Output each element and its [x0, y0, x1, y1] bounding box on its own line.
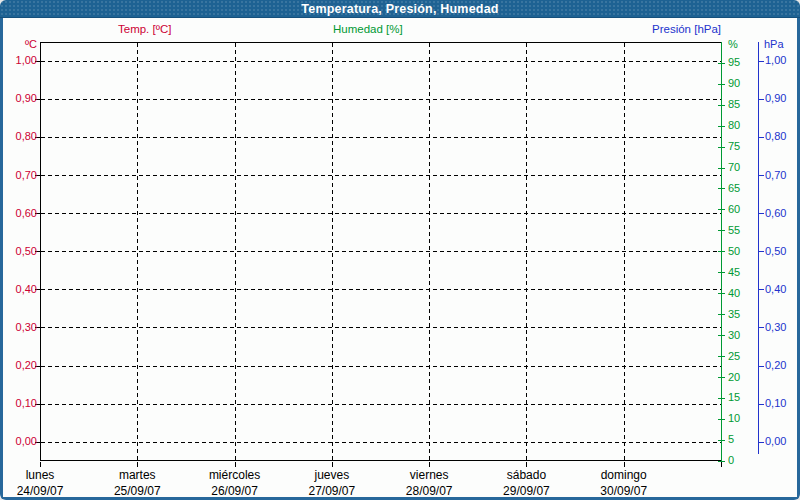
left-axis-tick-label: 0,80 — [0, 130, 37, 143]
humidity-axis-tick-label: 35 — [728, 308, 740, 321]
humidity-axis-tick-label: 5 — [728, 433, 734, 446]
pressure-axis-tick-label: 0,20 — [765, 359, 786, 372]
humidity-axis-tick — [718, 63, 725, 64]
gridline-horizontal — [41, 61, 721, 62]
x-axis-day-label: domingo — [576, 468, 672, 482]
humidity-axis-tick — [718, 188, 725, 189]
x-axis-day-label: lunes — [0, 468, 88, 482]
pressure-axis-tick — [758, 404, 764, 405]
gridline-horizontal — [41, 327, 721, 328]
humidity-axis-tick-label: 25 — [728, 350, 740, 363]
gridline-horizontal — [41, 251, 721, 252]
pressure-axis-tick — [758, 366, 764, 367]
x-axis-day-label: jueves — [284, 468, 380, 482]
humidity-axis-tick — [718, 335, 725, 336]
x-axis-date-label: 26/09/07 — [187, 484, 283, 498]
gridline-horizontal — [41, 213, 721, 214]
x-axis-tick — [235, 462, 236, 467]
x-axis-tick — [40, 462, 41, 467]
humidity-axis-tick-label: 40 — [728, 287, 740, 300]
gridline-horizontal — [41, 137, 721, 138]
legend-temperature: Temp. [ºC] — [118, 23, 171, 35]
pressure-axis-line — [758, 42, 759, 454]
left-axis-tick-label: 0,10 — [0, 397, 37, 410]
humidity-axis-tick — [718, 147, 725, 148]
gridline-horizontal — [41, 175, 721, 176]
pressure-axis-tick — [758, 251, 764, 252]
humidity-axis-tick-label: 20 — [728, 371, 740, 384]
left-axis-tick-label: 0,20 — [0, 359, 37, 372]
left-axis-tick-label: 0,00 — [0, 435, 37, 448]
x-axis-tick — [624, 462, 625, 467]
humidity-axis-tick — [718, 419, 725, 420]
gridline-horizontal — [41, 404, 721, 405]
gridline-vertical — [235, 43, 236, 461]
humidity-axis-tick — [718, 314, 725, 315]
x-axis-date-label: 28/09/07 — [381, 484, 477, 498]
humidity-axis-tick-label: 60 — [728, 203, 740, 216]
left-axis-tick-label: 0,70 — [0, 169, 37, 182]
pressure-axis-tick — [758, 137, 764, 138]
x-axis-tick — [721, 462, 722, 467]
pressure-axis-tick-label: 0,00 — [765, 435, 786, 448]
x-axis-tick — [137, 462, 138, 467]
pressure-axis-tick-label: 0,90 — [765, 92, 786, 105]
humidity-axis-tick — [718, 377, 725, 378]
left-axis-tick-label: 0,60 — [0, 207, 37, 220]
pressure-axis-tick — [758, 99, 764, 100]
x-axis-date-label: 29/09/07 — [478, 484, 574, 498]
x-axis-date-label: 25/09/07 — [89, 484, 185, 498]
humidity-axis-tick-label: 75 — [728, 140, 740, 153]
chart-window: Temperatura, Presión, Humedad Temp. [ºC]… — [0, 0, 800, 500]
gridline-horizontal — [41, 289, 721, 290]
pressure-axis-tick — [758, 289, 764, 290]
pressure-axis-tick — [758, 442, 764, 443]
gridline-vertical — [429, 43, 430, 461]
left-axis-tick-label: 0,40 — [0, 283, 37, 296]
humidity-axis-tick-label: 0 — [728, 454, 734, 467]
x-axis-date-label: 24/09/07 — [0, 484, 88, 498]
humidity-axis-tick-label: 65 — [728, 182, 740, 195]
pressure-axis-tick-label: 0,10 — [765, 397, 786, 410]
gridline-vertical — [332, 43, 333, 461]
legend-pressure: Presión [hPa] — [652, 23, 721, 35]
humidity-axis-tick — [718, 272, 725, 273]
humidity-axis-tick-label: 95 — [728, 56, 740, 69]
left-axis-tick-label: 1,00 — [0, 54, 37, 67]
left-axis-unit: ºC — [0, 38, 37, 51]
x-axis-date-label: 27/09/07 — [284, 484, 380, 498]
x-axis-day-label: viernes — [381, 468, 477, 482]
title-bar: Temperatura, Presión, Humedad — [0, 0, 800, 18]
gridline-horizontal — [41, 99, 721, 100]
humidity-axis-tick — [718, 230, 725, 231]
x-axis-date-label: 30/09/07 — [576, 484, 672, 498]
pressure-axis-tick — [758, 213, 764, 214]
humidity-axis-tick-label: 80 — [728, 119, 740, 132]
humidity-axis-tick-label: 50 — [728, 245, 740, 258]
humidity-axis-tick-label: 85 — [728, 98, 740, 111]
gridline-horizontal — [41, 442, 721, 443]
humidity-axis-tick — [718, 293, 725, 294]
humidity-axis-unit: % — [728, 38, 738, 51]
humidity-axis-tick-label: 15 — [728, 391, 740, 404]
pressure-axis-tick — [758, 175, 764, 176]
x-axis-tick — [429, 462, 430, 467]
humidity-axis-tick — [718, 168, 725, 169]
pressure-axis-tick-label: 0,40 — [765, 283, 786, 296]
x-axis-tick — [332, 462, 333, 467]
x-axis-day-label: miércoles — [187, 468, 283, 482]
gridline-vertical — [526, 43, 527, 461]
window-border-left — [0, 18, 3, 500]
pressure-axis-unit: hPa — [764, 38, 784, 51]
legend-humidity: Humedad [%] — [333, 23, 403, 35]
pressure-axis-tick-label: 0,30 — [765, 321, 786, 334]
gridline-vertical — [137, 43, 138, 461]
humidity-axis-tick-label: 55 — [728, 224, 740, 237]
gridline-vertical — [624, 43, 625, 461]
pressure-axis-tick-label: 0,60 — [765, 207, 786, 220]
x-axis-day-label: martes — [89, 468, 185, 482]
pressure-axis-tick-label: 1,00 — [765, 54, 786, 67]
humidity-axis-tick-label: 30 — [728, 329, 740, 342]
left-axis-tick-label: 0,30 — [0, 321, 37, 334]
humidity-axis-tick — [718, 251, 725, 252]
